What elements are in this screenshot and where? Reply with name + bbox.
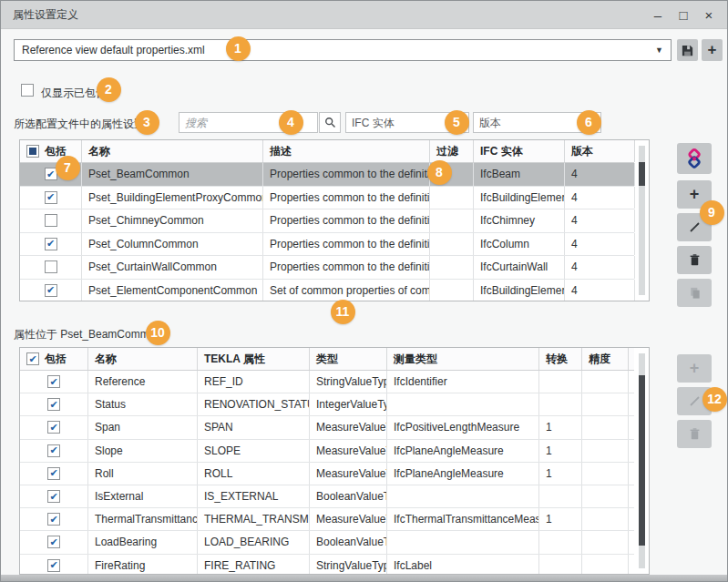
add-profile-button[interactable]: + bbox=[702, 39, 723, 61]
profile-dropdown[interactable]: Reference view default properties.xml ▼ bbox=[14, 39, 672, 61]
pset-row[interactable]: Pset_CurtainWallCommonProperties common … bbox=[20, 256, 634, 280]
property-sets-scrollbar[interactable] bbox=[639, 146, 645, 295]
row-checkbox[interactable]: ✔ bbox=[47, 490, 60, 503]
cell-description: Properties common to the definition bbox=[263, 163, 430, 186]
cell-included: ✔ bbox=[20, 393, 88, 415]
properties-table-body: ✔ReferenceREF_IDStringValueTypeIfcIdenti… bbox=[20, 371, 634, 575]
save-profile-button[interactable] bbox=[677, 39, 698, 61]
row-filler bbox=[629, 463, 635, 485]
delete-property-set-button[interactable] bbox=[677, 246, 712, 274]
add-property-button[interactable]: + bbox=[677, 354, 712, 383]
cell-name: LoadBearing bbox=[88, 531, 198, 553]
pset-row[interactable]: ✔Pset_ElementComponentCommonSet of commo… bbox=[20, 280, 634, 302]
column-header-4[interactable]: IFC 实体 bbox=[474, 140, 565, 162]
row-filler bbox=[629, 371, 635, 393]
cell-conversion: 1 bbox=[539, 416, 582, 438]
property-row[interactable]: ✔IsExternalIS_EXTERNALBooleanValueTyp bbox=[20, 485, 634, 508]
column-header-4[interactable]: 测量类型 bbox=[387, 348, 539, 370]
properties-scrollbar[interactable] bbox=[639, 353, 645, 568]
cell-type: StringValueType bbox=[310, 555, 387, 576]
only-included-checkbox[interactable] bbox=[21, 84, 34, 97]
cell-included: ✔ bbox=[20, 371, 88, 393]
row-checkbox[interactable]: ✔ bbox=[47, 444, 60, 457]
property-row[interactable]: ✔ThermalTransmittanceTHERMAL_TRANSMITTAM… bbox=[20, 508, 634, 531]
close-button[interactable]: × bbox=[696, 3, 722, 28]
detail-section-label: 属性位于 Pset_BeamCommon bbox=[14, 327, 161, 342]
property-row[interactable]: ✔SpanSPANMeasureValueTyIfcPositiveLength… bbox=[20, 416, 634, 439]
cell-conversion: 1 bbox=[539, 508, 582, 530]
cell-type: MeasureValueTy bbox=[310, 416, 387, 438]
pset-row[interactable]: Pset_ChimneyCommonProperties common to t… bbox=[20, 209, 634, 233]
delete-property-button[interactable] bbox=[677, 420, 712, 448]
property-row[interactable]: ✔RollROLLMeasureValueTyIfcPlaneAngleMeas… bbox=[20, 463, 634, 485]
column-header-label: 包括 bbox=[45, 352, 67, 367]
row-filler bbox=[629, 508, 635, 530]
column-header-1[interactable]: 名称 bbox=[82, 140, 263, 162]
property-row[interactable]: ✔FireRatingFIRE_RATINGStringValueTypeIfc… bbox=[20, 555, 634, 576]
column-header-3[interactable]: 类型 bbox=[310, 348, 387, 370]
column-header-1[interactable]: 名称 bbox=[88, 348, 198, 370]
callout-badge-4: 4 bbox=[279, 110, 303, 135]
cell-included: ✔ bbox=[20, 233, 82, 256]
organizer-button[interactable] bbox=[677, 143, 712, 174]
column-header-5[interactable]: 转换 bbox=[539, 348, 582, 370]
minimize-button[interactable]: – bbox=[645, 3, 671, 28]
header-checkbox[interactable]: ✔ bbox=[26, 352, 39, 365]
cell-ifc_entity: IfcCurtainWall bbox=[474, 256, 565, 279]
row-checkbox[interactable]: ✔ bbox=[47, 536, 60, 548]
property-row[interactable]: ✔SlopeSLOPEMeasureValueTyIfcPlaneAngleMe… bbox=[20, 440, 634, 463]
property-settings-dialog: 属性设置定义 – □ × Reference view default prop… bbox=[0, 0, 728, 582]
row-checkbox[interactable]: ✔ bbox=[45, 191, 57, 204]
row-checkbox[interactable]: ✔ bbox=[47, 375, 60, 388]
pset-row[interactable]: ✔Pset_BuildingElementProxyCommonProperti… bbox=[20, 187, 634, 210]
cell-included: ✔ bbox=[20, 440, 88, 462]
cell-precision bbox=[582, 463, 629, 485]
check-icon: ✔ bbox=[49, 376, 57, 386]
row-checkbox[interactable]: ✔ bbox=[47, 467, 60, 480]
column-header-2[interactable]: TEKLA 属性 bbox=[198, 348, 310, 370]
cell-included: ✔ bbox=[20, 508, 88, 530]
maximize-button[interactable]: □ bbox=[671, 3, 696, 28]
cell-included: ✔ bbox=[20, 531, 88, 553]
row-checkbox[interactable]: ✔ bbox=[47, 421, 60, 434]
row-checkbox[interactable]: ✔ bbox=[47, 398, 60, 411]
header-checkbox[interactable] bbox=[26, 145, 39, 158]
callout-badge-1: 1 bbox=[226, 36, 251, 61]
row-checkbox[interactable]: ✔ bbox=[47, 513, 60, 526]
pset-row[interactable]: ✔Pset_ColumnCommonProperties common to t… bbox=[20, 233, 634, 257]
column-header-3[interactable]: 过滤 bbox=[430, 140, 474, 162]
cell-measure_type: IfcPlaneAngleMeasure bbox=[387, 463, 539, 485]
cell-name: Slope bbox=[88, 440, 198, 462]
cell-precision bbox=[582, 393, 629, 415]
cell-precision bbox=[582, 416, 629, 438]
callout-badge-3: 3 bbox=[135, 110, 159, 135]
row-checkbox[interactable]: ✔ bbox=[45, 284, 57, 297]
row-checkbox[interactable]: ✔ bbox=[45, 238, 57, 250]
check-icon: ✔ bbox=[46, 239, 55, 249]
column-header-6[interactable]: 精度 bbox=[582, 348, 629, 370]
search-button[interactable] bbox=[319, 112, 341, 133]
plus-icon: + bbox=[690, 359, 700, 378]
cell-ifc_entity: IfcBuildingElemer bbox=[474, 280, 565, 302]
row-checkbox[interactable] bbox=[45, 260, 57, 273]
copy-property-set-button[interactable] bbox=[677, 279, 712, 307]
property-sets-scrollbar-thumb[interactable] bbox=[639, 162, 645, 186]
property-row[interactable]: ✔ReferenceREF_IDStringValueTypeIfcIdenti… bbox=[20, 371, 634, 393]
property-row[interactable]: ✔StatusRENOVATION_STATUSIntegerValueTyp bbox=[20, 393, 634, 416]
titlebar: 属性设置定义 bbox=[1, 1, 727, 29]
cell-type: BooleanValueTyp bbox=[310, 485, 387, 507]
cell-conversion bbox=[539, 485, 582, 507]
check-icon: ✔ bbox=[49, 560, 57, 570]
callout-badge-11: 11 bbox=[331, 300, 355, 324]
cell-tekla_attribute: THERMAL_TRANSMITTA bbox=[198, 508, 310, 530]
plus-icon: + bbox=[708, 41, 717, 59]
column-header-0[interactable]: ✔包括 bbox=[20, 348, 88, 370]
properties-scrollbar-thumb[interactable] bbox=[639, 375, 645, 546]
property-row[interactable]: ✔LoadBearingLOAD_BEARINGBooleanValueTyp bbox=[20, 531, 634, 554]
cell-version: 4 bbox=[565, 256, 635, 279]
row-checkbox[interactable] bbox=[45, 214, 57, 227]
row-checkbox[interactable]: ✔ bbox=[47, 559, 60, 572]
pset-row[interactable]: ✔Pset_BeamCommonProperties common to the… bbox=[20, 163, 634, 187]
column-header-2[interactable]: 描述 bbox=[263, 140, 430, 162]
column-header-5[interactable]: 版本 bbox=[565, 140, 635, 162]
